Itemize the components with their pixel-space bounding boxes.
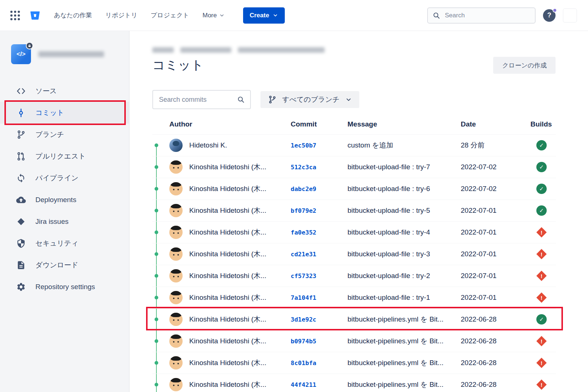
commit-message[interactable]: bitbucket-upload-file : try-6 xyxy=(347,185,461,193)
commit-message[interactable]: bitbucket-upload-file : try-2 xyxy=(347,272,461,280)
author-avatar[interactable] xyxy=(169,269,183,282)
user-avatar[interactable] xyxy=(563,8,577,22)
build-success-icon[interactable]: ✓ xyxy=(536,184,547,194)
commit-hash-link[interactable]: 8c01bfa xyxy=(291,360,317,367)
clone-button[interactable]: クローンの作成 xyxy=(493,57,556,74)
help-button[interactable]: ? xyxy=(543,9,556,22)
search-commits-input[interactable] xyxy=(158,96,234,104)
commit-row[interactable]: Kinoshita Hidetoshi (木... dabc2e9 bitbuc… xyxy=(152,178,556,200)
author-avatar[interactable] xyxy=(169,334,183,348)
nav-more[interactable]: More xyxy=(203,12,225,19)
commit-row[interactable]: Kinoshita Hidetoshi (木... cf57323 bitbuc… xyxy=(152,265,556,287)
author-avatar[interactable] xyxy=(169,378,183,391)
global-search-input[interactable] xyxy=(444,11,530,20)
commit-row[interactable]: Kinoshita Hidetoshi (木... 44f4211 bitbuc… xyxy=(152,374,556,392)
create-button[interactable]: Create xyxy=(243,7,285,24)
search-commits-box[interactable] xyxy=(152,90,251,109)
build-failed-icon[interactable]: ! xyxy=(536,358,547,368)
commit-hash-link[interactable]: cf57323 xyxy=(291,273,317,280)
build-failed-icon[interactable]: ! xyxy=(536,249,547,259)
build-failed-icon[interactable]: ! xyxy=(536,336,547,346)
author-name[interactable]: Kinoshita Hidetoshi (木... xyxy=(189,271,266,281)
author-name[interactable]: Hidetoshi K. xyxy=(189,141,227,149)
author-avatar[interactable] xyxy=(169,139,183,152)
build-failed-icon[interactable]: ! xyxy=(536,271,547,281)
build-failed-icon[interactable]: ! xyxy=(536,227,547,237)
commit-row[interactable]: Kinoshita Hidetoshi (木... cd21e31 bitbuc… xyxy=(152,243,556,265)
commit-hash-link[interactable]: 44f4211 xyxy=(291,381,317,388)
build-success-icon[interactable]: ✓ xyxy=(536,140,547,150)
commit-row[interactable]: Kinoshita Hidetoshi (木... 7a104f1 bitbuc… xyxy=(152,287,556,308)
commit-message[interactable]: bitbucket-pipelines.yml を Bit... xyxy=(347,336,461,346)
global-search[interactable] xyxy=(427,7,536,24)
commit-message[interactable]: bitbucket-pipelines.yml を Bit... xyxy=(347,315,461,324)
bitbucket-logo-icon[interactable] xyxy=(30,10,41,21)
breadcrumb[interactable] xyxy=(152,46,588,53)
build-failed-icon[interactable]: ! xyxy=(536,292,547,303)
nav-repositories[interactable]: リポジトリ xyxy=(106,11,138,20)
author-name[interactable]: Kinoshita Hidetoshi (木... xyxy=(189,206,266,215)
commit-hash-link[interactable]: 512c3ca xyxy=(291,164,317,171)
author-avatar[interactable] xyxy=(169,204,183,217)
repo-avatar[interactable]: </> xyxy=(11,44,31,64)
nav-projects[interactable]: プロジェクト xyxy=(151,11,189,20)
author-name[interactable]: Kinoshita Hidetoshi (木... xyxy=(189,336,266,346)
sidebar-item-branch[interactable]: ブランチ xyxy=(0,124,129,145)
author-avatar[interactable] xyxy=(169,182,183,195)
sidebar-item-downloads[interactable]: ダウンロード xyxy=(0,254,129,276)
col-header-builds: Builds xyxy=(530,120,556,128)
commit-row[interactable]: Kinoshita Hidetoshi (木... fa0e352 bitbuc… xyxy=(152,221,556,243)
commit-hash-link[interactable]: 7a104f1 xyxy=(291,294,317,301)
author-name[interactable]: Kinoshita Hidetoshi (木... xyxy=(189,162,266,172)
author-name[interactable]: Kinoshita Hidetoshi (木... xyxy=(189,249,266,259)
sidebar-item-settings[interactable]: Repository settings xyxy=(0,276,129,298)
build-success-icon[interactable]: ✓ xyxy=(536,162,547,172)
sidebar-item-commit[interactable]: コミット xyxy=(0,102,129,124)
author-name[interactable]: Kinoshita Hidetoshi (木... xyxy=(189,228,266,237)
commit-message[interactable]: custom を追加 xyxy=(347,141,461,150)
commit-row[interactable]: Kinoshita Hidetoshi (木... 512c3ca bitbuc… xyxy=(152,156,556,178)
author-avatar[interactable] xyxy=(169,313,183,326)
commit-hash-link[interactable]: 3d1e92c xyxy=(291,316,317,323)
commit-row[interactable]: Kinoshita Hidetoshi (木... 3d1e92c bitbuc… xyxy=(152,308,556,330)
author-name[interactable]: Kinoshita Hidetoshi (木... xyxy=(189,293,266,302)
build-success-icon[interactable]: ✓ xyxy=(536,205,547,216)
app-switcher-icon[interactable] xyxy=(10,10,21,21)
sidebar-item-code[interactable]: ソース xyxy=(0,80,129,102)
commit-row[interactable]: Kinoshita Hidetoshi (木... bf079e2 bitbuc… xyxy=(152,200,556,221)
sidebar-item-security[interactable]: セキュリティ xyxy=(0,232,129,254)
author-avatar[interactable] xyxy=(169,226,183,239)
commit-message[interactable]: bitbucket-upload-file : try-7 xyxy=(347,163,461,171)
sidebar-item-pull-request[interactable]: プルリクエスト xyxy=(0,145,129,167)
commit-message[interactable]: bitbucket-pipelines.yml を Bit... xyxy=(347,358,461,368)
commit-row[interactable]: Hidetoshi K. 1ec50b7 custom を追加 28 分前 ✓ xyxy=(152,134,556,156)
author-avatar[interactable] xyxy=(169,160,183,174)
commit-message[interactable]: bitbucket-upload-file : try-4 xyxy=(347,228,461,236)
sidebar-item-jira[interactable]: Jira issues xyxy=(0,211,129,232)
commit-message[interactable]: bitbucket-upload-file : try-3 xyxy=(347,250,461,258)
commit-message[interactable]: bitbucket-upload-file : try-5 xyxy=(347,207,461,215)
commit-row[interactable]: Kinoshita Hidetoshi (木... 8c01bfa bitbuc… xyxy=(152,352,556,374)
author-name[interactable]: Kinoshita Hidetoshi (木... xyxy=(189,315,266,324)
nav-your-work[interactable]: あなたの作業 xyxy=(54,11,92,20)
author-avatar[interactable] xyxy=(169,291,183,304)
commit-message[interactable]: bitbucket-pipelines.yml を Bit... xyxy=(347,380,461,389)
author-avatar[interactable] xyxy=(169,247,183,261)
author-name[interactable]: Kinoshita Hidetoshi (木... xyxy=(189,380,266,389)
commit-hash-link[interactable]: bf079e2 xyxy=(291,207,317,214)
branch-filter-dropdown[interactable]: すべてのブランチ xyxy=(260,91,359,108)
commit-message[interactable]: bitbucket-upload-file : try-1 xyxy=(347,294,461,302)
author-name[interactable]: Kinoshita Hidetoshi (木... xyxy=(189,358,266,368)
commit-hash-link[interactable]: 1ec50b7 xyxy=(291,142,317,149)
commit-row[interactable]: Kinoshita Hidetoshi (木... b0974b5 bitbuc… xyxy=(152,330,556,352)
sidebar-item-deployments[interactable]: Deployments xyxy=(0,189,129,211)
sidebar-item-pipelines[interactable]: パイプライン xyxy=(0,167,129,189)
build-success-icon[interactable]: ✓ xyxy=(536,314,547,325)
build-failed-icon[interactable]: ! xyxy=(536,379,547,390)
commit-hash-link[interactable]: dabc2e9 xyxy=(291,185,317,192)
author-avatar[interactable] xyxy=(169,356,183,370)
commit-hash-link[interactable]: cd21e31 xyxy=(291,251,317,258)
commit-hash-link[interactable]: b0974b5 xyxy=(291,338,317,345)
author-name[interactable]: Kinoshita Hidetoshi (木... xyxy=(189,184,266,194)
commit-hash-link[interactable]: fa0e352 xyxy=(291,229,317,236)
